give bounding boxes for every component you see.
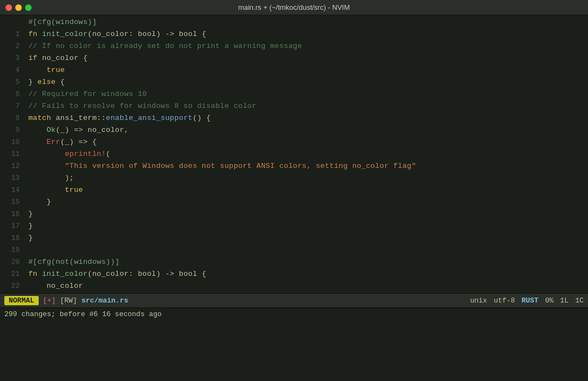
filetype: RUST xyxy=(522,297,538,305)
code-line: 8match ansi_term::enable_ansi_support() … xyxy=(0,112,588,124)
token: , xyxy=(124,126,129,134)
line-number: 2 xyxy=(4,40,20,52)
cmdline: 299 changes; before #6 16 seconds ago xyxy=(0,307,588,320)
line-count: 1L xyxy=(560,297,569,305)
modified-indicator: [+] xyxy=(43,297,56,305)
percent: 0% xyxy=(545,297,554,305)
line-number: 7 xyxy=(4,100,20,112)
code-line: 15 } xyxy=(0,196,588,208)
code-line: 6// Required for windows 10 xyxy=(0,88,588,100)
line-content: // Required for windows 10 xyxy=(28,88,584,100)
token: ( xyxy=(106,150,110,158)
code-line: 21fn init_color(no_color: bool) -> bool … xyxy=(0,268,588,280)
token: () { xyxy=(192,114,211,122)
token: init_color xyxy=(42,270,88,278)
line-content: } else { xyxy=(28,76,584,88)
token: match xyxy=(28,114,56,122)
line-number: 18 xyxy=(4,232,20,244)
token: fn xyxy=(28,30,42,38)
token: ( xyxy=(88,270,92,278)
traffic-light-yellow[interactable] xyxy=(15,4,22,11)
col-count: 1C xyxy=(575,297,584,305)
token: // Required for windows 10 xyxy=(28,90,147,98)
token: Err xyxy=(47,138,60,146)
line-content: fn init_color(no_color: bool) -> bool { xyxy=(28,28,584,40)
code-line: 7// Fails to resolve for windows 8 so di… xyxy=(0,100,588,112)
token: { xyxy=(197,30,207,38)
window-title: main.rs + (~/tmkoc/dust/src) - NVIM xyxy=(238,3,350,11)
code-line: 14 true xyxy=(0,184,588,196)
line-number: 16 xyxy=(4,208,20,220)
rw-indicator: [RW] xyxy=(60,297,77,305)
line-content: fn init_color(no_color: bool) -> bool { xyxy=(28,268,584,280)
line-number: 12 xyxy=(4,160,20,172)
line-content: ); xyxy=(28,172,584,184)
token: ); xyxy=(65,174,74,182)
titlebar: main.rs + (~/tmkoc/dust/src) - NVIM xyxy=(0,0,588,15)
editor: #[cfg(windows)]1fn init_color(no_color: … xyxy=(0,15,588,293)
code-line: 17} xyxy=(0,220,588,232)
code-line: 13 ); xyxy=(0,172,588,184)
token: eprintln! xyxy=(65,150,106,158)
line-number: 6 xyxy=(4,88,20,100)
code-line: 16} xyxy=(0,208,588,220)
token: } xyxy=(28,234,33,242)
code-line: 10 Err(_) => { xyxy=(0,136,588,148)
token: } xyxy=(28,210,33,218)
code-area: #[cfg(windows)]1fn init_color(no_color: … xyxy=(0,15,588,293)
token: no_color { xyxy=(42,54,88,62)
traffic-light-red[interactable] xyxy=(5,4,12,11)
line-number: 5 xyxy=(4,76,20,88)
token: if xyxy=(28,54,42,62)
line-number: 1 xyxy=(4,28,20,40)
code-line: 3if no_color { xyxy=(0,52,588,64)
line-content: Ok(_) => no_color, xyxy=(28,124,584,136)
token: init_color xyxy=(42,30,88,38)
code-line: 9 Ok(_) => no_color, xyxy=(0,124,588,136)
token: (_) => { xyxy=(60,138,97,146)
line-content: no_color xyxy=(28,280,584,292)
filename: src/main.rs xyxy=(81,297,128,305)
line-number: 8 xyxy=(4,112,20,124)
line-content: eprintln!( xyxy=(28,148,584,160)
token: ansi_term xyxy=(56,114,96,122)
token: #[cfg(windows)] xyxy=(28,18,97,26)
token: ) -> xyxy=(156,270,179,278)
token: #[cfg(not(windows))] xyxy=(28,258,119,266)
code-line: 2// If no color is already set do not pr… xyxy=(0,40,588,52)
line-number: 15 xyxy=(4,196,20,208)
line-content: true xyxy=(28,64,584,76)
token: bool xyxy=(138,270,156,278)
line-content: // Fails to resolve for windows 8 so dis… xyxy=(28,100,584,112)
line-number: 4 xyxy=(4,64,20,76)
token: : xyxy=(129,270,138,278)
token: true xyxy=(47,66,65,74)
token: bool xyxy=(179,270,197,278)
token: no_color xyxy=(88,126,124,134)
token: } xyxy=(28,78,38,86)
token: else xyxy=(38,78,56,86)
traffic-light-green[interactable] xyxy=(25,4,32,11)
traffic-lights xyxy=(5,4,32,11)
token: ( xyxy=(88,30,92,38)
token: (_) => xyxy=(56,126,88,134)
token: enable_ansi_support xyxy=(106,114,192,122)
line-content: } xyxy=(28,220,584,232)
code-line: #[cfg(windows)] xyxy=(0,16,588,28)
line-number: 19 xyxy=(4,244,20,256)
line-content: } xyxy=(28,196,584,208)
token: : xyxy=(129,30,138,38)
line-number: 22 xyxy=(4,280,20,292)
token: "This version of Windows does not suppor… xyxy=(65,162,416,170)
token: Ok xyxy=(47,126,56,134)
line-content: // If no color is already set do not pri… xyxy=(28,40,584,52)
token: bool xyxy=(138,30,156,38)
code-line: 12 "This version of Windows does not sup… xyxy=(0,160,588,172)
code-line: 18} xyxy=(0,232,588,244)
token: true xyxy=(65,186,83,194)
status-right: unix utf-8 RUST 0% 1L 1C xyxy=(470,297,584,305)
code-line: 20#[cfg(not(windows))] xyxy=(0,256,588,268)
token: { xyxy=(56,78,65,86)
code-line: 19 xyxy=(0,244,588,256)
line-number: 20 xyxy=(4,256,20,268)
